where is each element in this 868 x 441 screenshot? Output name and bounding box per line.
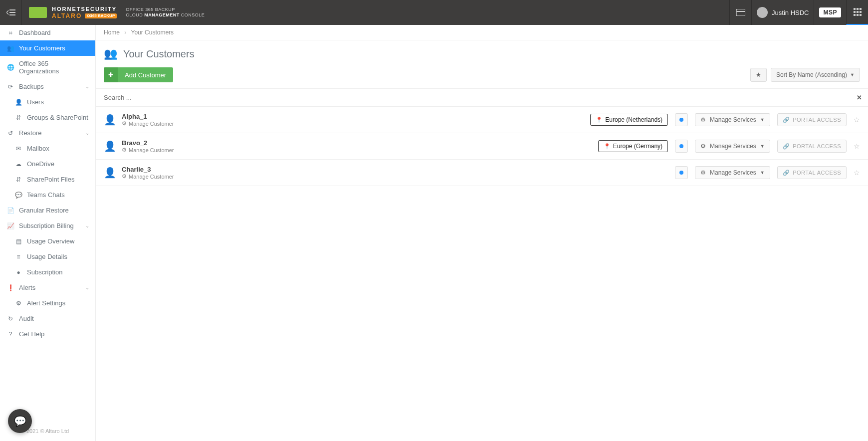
status-dot-icon [679,118,683,122]
topbar-card-button[interactable] [729,0,751,25]
sidebar-item-mailbox[interactable]: ✉Mailbox [0,141,95,156]
sidebar-item-usage-overview[interactable]: ▤Usage Overview [0,233,95,249]
services-icon: ⚙ [700,143,706,150]
sidebar-item-label: Alerts [19,284,35,291]
apps-button[interactable] [846,0,868,25]
sidebar-item-alerts[interactable]: ❗Alerts⌄ [0,280,95,295]
status-button[interactable] [675,140,688,153]
user-menu[interactable]: Justin HSDC [751,0,814,25]
manage-services-button[interactable]: ⚙Manage Services▼ [695,166,770,179]
sidebar-item-label: Audit [19,315,34,322]
alert-settings-icon: ⚙ [15,300,22,307]
sort-label: Sort By Name (Ascending) [776,71,847,78]
sidebar-item-subscription[interactable]: ●Subscription [0,264,95,280]
customer-info: Bravo_2⚙Manage Customer [122,139,174,153]
favorite-star[interactable]: ☆ [854,142,860,150]
main: Home › Your Customers 👥 Your Customers ✚… [96,25,868,441]
svg-rect-9 [857,11,859,13]
services-icon: ⚙ [700,169,706,176]
manage-customer-label: Manage Customer [129,147,174,153]
add-customer-button[interactable]: ✚ Add Customer [104,67,173,82]
sidebar-item-restore[interactable]: ↺Restore⌄ [0,125,95,141]
location-label: Europe (Netherlands) [605,116,662,123]
usage-overview-icon: ▤ [15,238,22,245]
portal-access-button[interactable]: 🔗PORTAL ACCESS [777,140,847,153]
status-dot-icon [679,144,683,148]
portal-access-button[interactable]: 🔗PORTAL ACCESS [777,113,847,126]
manage-customer-label: Manage Customer [129,174,174,180]
sidebar-item-label: SharePoint Files [27,176,74,183]
backups-icon: ⟳ [7,83,14,90]
sidebar-item-label: Office 365 Organizations [19,60,88,75]
gear-icon: ⚙ [122,120,127,127]
sidebar-item-label: Users [27,98,44,106]
sidebar-item-label: Mailbox [27,145,49,152]
svg-rect-0 [9,9,15,10]
sidebar-item-audit[interactable]: ↻Audit [0,311,95,326]
sidebar-item-usage-details[interactable]: ≡Usage Details [0,249,95,264]
chat-fab[interactable]: 💬 [8,409,32,433]
status-button[interactable] [675,113,688,126]
card-icon [736,9,745,16]
favorite-star[interactable]: ☆ [854,169,860,177]
sidebar-item-teams-chats[interactable]: 💬Teams Chats [0,187,95,203]
sidebar-item-onedrive[interactable]: ☁OneDrive [0,156,95,172]
search-input[interactable] [96,89,850,106]
sidebar-item-get-help[interactable]: ?Get Help [0,326,95,342]
sidebar-item-label: Dashboard [19,29,51,36]
location-button[interactable]: 📍Europe (Germany) [598,140,668,152]
sidebar-item-granular-restore[interactable]: 📄Granular Restore [0,203,95,218]
msp-button[interactable]: MSP [814,0,846,25]
manage-services-label: Manage Services [710,116,756,123]
customer-icon: 👤 [104,140,115,152]
sidebar-item-label: Restore [19,129,42,137]
sidebar-item-label: Granular Restore [19,207,69,214]
sidebar-item-sharepoint-files[interactable]: ⇵SharePoint Files [0,172,95,187]
breadcrumb-home[interactable]: Home [104,29,120,36]
sidebar-item-label: Usage Overview [27,237,74,245]
brand-logo-icon [29,7,47,18]
sidebar-item-dashboard[interactable]: ⌗Dashboard [0,25,95,40]
breadcrumb: Home › Your Customers [96,25,868,40]
favorite-star[interactable]: ☆ [854,116,860,124]
granular-restore-icon: 📄 [7,207,14,214]
usage-details-icon: ≡ [15,253,22,260]
sidebar-item-groups-sharepoint[interactable]: ⇵Groups & SharePoint [0,110,95,125]
sidebar-item-office-365-organizations[interactable]: 🌐Office 365 Organizations [0,56,95,79]
sort-button[interactable]: Sort By Name (Ascending) ▼ [771,68,860,82]
search-clear-button[interactable]: ✕ [850,94,868,101]
sidebar-item-backups[interactable]: ⟳Backups⌄ [0,79,95,94]
users-icon: 👤 [15,99,22,106]
portal-access-label: PORTAL ACCESS [793,143,841,149]
msp-badge: MSP [819,7,841,17]
sidebar-item-label: Get Help [19,330,44,338]
manage-customer-link[interactable]: ⚙Manage Customer [122,147,174,153]
customer-icon: 👤 [104,167,115,179]
sidebar-item-users[interactable]: 👤Users [0,94,95,110]
manage-services-button[interactable]: ⚙Manage Services▼ [695,140,770,153]
dashboard-icon: ⌗ [7,29,14,36]
portal-access-button[interactable]: 🔗PORTAL ACCESS [777,166,847,179]
location-button[interactable]: 📍Europe (Netherlands) [590,114,668,126]
svg-rect-8 [854,11,856,13]
svg-rect-10 [860,11,862,13]
location-pin-icon: 📍 [596,117,603,123]
manage-customer-link[interactable]: ⚙Manage Customer [122,173,174,180]
manage-services-button[interactable]: ⚙Manage Services▼ [695,113,770,126]
customer-info: Alpha_1⚙Manage Customer [122,113,174,127]
customer-info: Charlie_3⚙Manage Customer [122,166,174,180]
customer-row: 👤Charlie_3⚙Manage Customer⚙Manage Servic… [96,160,868,186]
svg-rect-3 [736,9,745,16]
sidebar-item-your-customers[interactable]: 👥Your Customers [0,40,95,56]
get-help-icon: ? [7,331,14,338]
status-button[interactable] [675,166,688,179]
chevron-down-icon: ▼ [850,72,855,77]
manage-services-label: Manage Services [710,143,756,150]
sidebar-toggle[interactable] [0,0,22,25]
brand-product: OFFICE 365 BACKUP CLOUD MANAGEMENT CONSO… [126,7,205,18]
location-pin-icon: 📍 [604,143,611,150]
manage-customer-link[interactable]: ⚙Manage Customer [122,120,174,127]
sidebar-item-alert-settings[interactable]: ⚙Alert Settings [0,295,95,311]
favorites-filter-button[interactable]: ★ [750,68,767,82]
sidebar-item-subscription-billing[interactable]: 📈Subscription Billing⌄ [0,218,95,233]
